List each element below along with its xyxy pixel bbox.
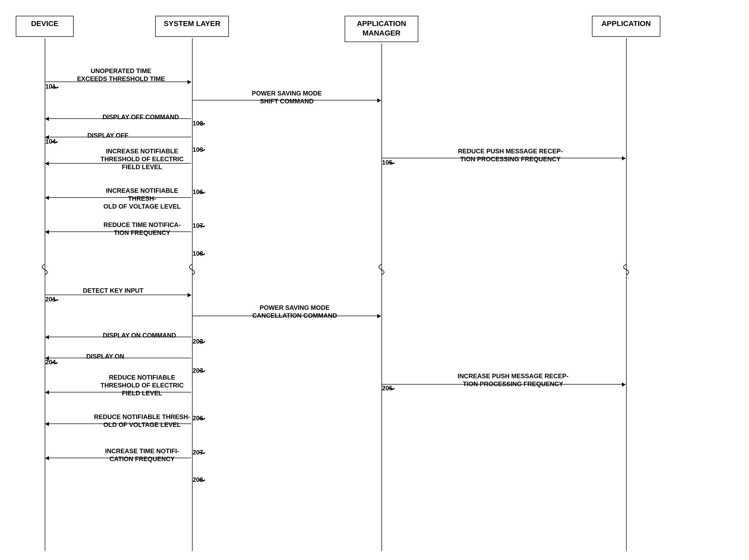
label-increase-volt: INCREASE NOTIFIABLE THRESH-OLD OF VOLTAG… (92, 187, 192, 211)
label-display-on: DISPLAY ON (68, 352, 142, 360)
label-display-off-cmd: DISPLAY OFF COMMAND (92, 113, 189, 121)
label-increase-elec: INCREASE NOTIFIABLETHRESHOLD OF ELECTRIC… (92, 147, 192, 171)
wavy-207: 〜 (198, 450, 205, 457)
label-unoperated: UNOPERATED TIMEEXCEEDS THRESHOLD TIME (58, 67, 184, 83)
wavy-201: 〜 (51, 297, 58, 304)
system-layer-box: SYSTEM LAYER (155, 16, 229, 37)
wavy-105: 〜 (387, 160, 394, 167)
wavy-204: 〜 (50, 360, 58, 367)
label-reduce-push: REDUCE PUSH MESSAGE RECEP-TION PROCESSIN… (405, 147, 616, 163)
wavy-203: 〜 (198, 368, 205, 375)
application-box: APPLICATION (592, 16, 660, 37)
break-application (616, 263, 637, 276)
device-box: DEVICE (16, 16, 74, 37)
app-manager-box: APPLICATIONMANAGER (345, 16, 418, 42)
label-psm-shift: POWER SAVING MODESHIFT COMMAND (208, 89, 366, 105)
label-increase-push: INCREASE PUSH MESSAGE RECEP-TION PROCESS… (405, 372, 621, 388)
lifeline-application (626, 38, 627, 551)
wavy-107: 〜 (198, 223, 205, 231)
label-reduce-volt: REDUCE NOTIFIABLE THRESH-OLD OF VOLTAGE … (92, 413, 192, 429)
wavy-202: 〜 (198, 339, 205, 346)
wavy-102: 〜 (198, 121, 205, 128)
label-display-off: DISPLAY OFF (68, 131, 147, 139)
wavy-104: 〜 (50, 139, 58, 146)
label-detect-key: DETECT KEY INPUT (61, 287, 166, 295)
wavy-206: 〜 (198, 415, 205, 423)
arrow-detect-key (45, 295, 191, 295)
label-reduce-time: REDUCE TIME NOTIFICA-TION FREQUENCY (92, 221, 192, 237)
label-reduce-elec: REDUCE NOTIFIABLETHRESHOLD OF ELECTRICFI… (92, 373, 192, 397)
wavy-208: 〜 (198, 477, 205, 484)
label-psm-cancel: POWER SAVING MODECANCELLATION COMMAND (216, 304, 373, 320)
wavy-106: 〜 (198, 189, 205, 197)
wavy-101: 〜 (51, 84, 59, 91)
break-device (34, 263, 55, 276)
break-system (181, 263, 202, 276)
sequence-diagram: DEVICE SYSTEM LAYER APPLICATIONMANAGER A… (0, 0, 749, 560)
wavy-103: 〜 (198, 147, 205, 154)
label-increase-time: INCREASE TIME NOTIFI-CATION FREQUENCY (92, 447, 192, 463)
break-app-manager (371, 263, 392, 276)
lifeline-app-manager (382, 43, 382, 551)
wavy-205: 〜 (387, 386, 394, 393)
wavy-108: 〜 (198, 251, 205, 258)
label-display-on-cmd: DISPLAY ON COMMAND (92, 331, 187, 339)
lifeline-system (192, 38, 193, 551)
